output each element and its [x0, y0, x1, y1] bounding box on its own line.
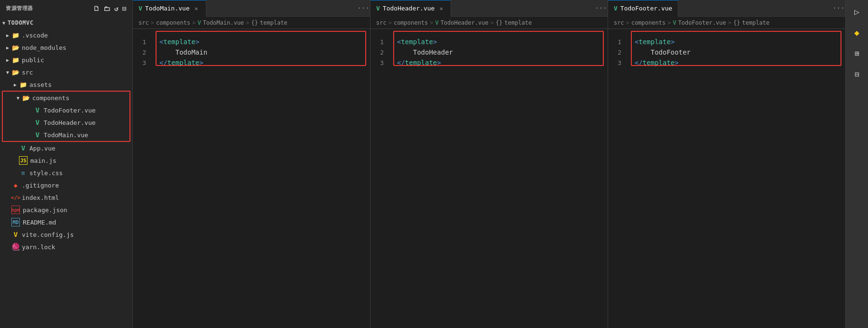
vscode-label: .vscode	[22, 32, 48, 39]
stylecss-icon: ≡	[19, 169, 28, 177]
sidebar-title: 资源管理器	[6, 5, 33, 12]
tree-arrow-node-modules	[4, 44, 11, 51]
indexhtml-icon: </>	[11, 193, 20, 202]
tab-todofootervue[interactable]: V TodoFooter.vue	[608, 0, 678, 17]
tab-label-1: TodoMain.vue	[145, 5, 190, 12]
readme-label: README.md	[23, 219, 56, 226]
tree-item-todomainfile[interactable]: V TodoMain.vue	[3, 129, 129, 141]
refresh-icon[interactable]: ↺	[114, 5, 119, 12]
tree-item-yarnlock[interactable]: 🧶 yarn.lock	[0, 241, 132, 253]
breadcrumb-braces-1: {}	[251, 19, 258, 26]
layout-icon[interactable]: ⊟	[850, 66, 865, 82]
tree-empty-yarnlock	[4, 243, 11, 251]
tree-empty-mainjs	[11, 157, 19, 164]
line-numbers-1: 1 2 3	[133, 33, 152, 72]
tree-empty-todofooter	[26, 106, 33, 114]
editor-panel-2: V TodoHeader.vue ✕ ··· src > components …	[370, 0, 608, 328]
vite-icon[interactable]: ◆	[850, 25, 865, 40]
breadcrumb-sep2: >	[192, 19, 195, 26]
line-num-2-1: 1	[370, 37, 389, 47]
breadcrumb-sep3-2: >	[667, 19, 671, 26]
tree-item-gitignore[interactable]: ◆ .gitignore	[0, 179, 132, 191]
tree-item-public[interactable]: 📁 public	[0, 54, 132, 66]
new-file-icon[interactable]: 🗋	[93, 5, 100, 12]
tree-empty-viteconfig	[4, 231, 11, 238]
collapse-icon[interactable]: ⊟	[122, 5, 127, 12]
sidebar: 资源管理器 🗋 🗀 ↺ ⊟ TODOMVC 📁 .v	[0, 0, 133, 328]
public-label: public	[22, 56, 44, 64]
todofooter-label: TodoFooter.vue	[44, 107, 96, 114]
breadcrumb-vue-icon-3: V	[673, 19, 676, 26]
breadcrumb-sep1: >	[151, 19, 154, 26]
assets-folder-icon: 📁	[19, 80, 28, 89]
tree-item-indexhtml[interactable]: </> index.html	[0, 191, 132, 204]
tab-more-1[interactable]: ···	[357, 0, 370, 17]
breadcrumb-components-3: components	[631, 19, 665, 26]
sidebar-header: 资源管理器 🗋 🗀 ↺ ⊟	[0, 0, 132, 17]
tab-todomainvue[interactable]: V TodoMain.vue ✕	[133, 0, 206, 17]
editors-area: V TodoMain.vue ✕ ··· src > components > …	[133, 0, 845, 328]
tab-close-1[interactable]: ✕	[193, 5, 200, 12]
breadcrumb-template-1: template	[260, 19, 287, 26]
tab-more-2[interactable]: ···	[594, 0, 608, 17]
tree-item-assets[interactable]: 📁 assets	[0, 78, 132, 91]
todoheader-label: TodoHeader.vue	[44, 119, 96, 126]
tab-close-2[interactable]: ✕	[437, 5, 445, 12]
editor-panel-3: V TodoFooter.vue ··· src > components > …	[608, 0, 845, 328]
tree-empty-stylecss	[11, 169, 19, 177]
tree-item-stylecss[interactable]: ≡ style.css	[0, 167, 132, 179]
tree-item-packagejson[interactable]: npm package.json	[0, 204, 132, 216]
vscode-folder-icon: 📁	[11, 31, 20, 39]
tree-root[interactable]: TODOMVC	[0, 17, 132, 29]
src-folder-icon: 📂	[11, 68, 20, 76]
sidebar-content: TODOMVC 📁 .vscode 📂 node_modules	[0, 17, 132, 328]
breadcrumb-sep2-1: >	[388, 19, 392, 26]
tree-item-readme[interactable]: MD README.md	[0, 216, 132, 228]
tree-item-mainjs[interactable]: JS main.js	[0, 154, 132, 167]
gitignore-label: .gitignore	[22, 182, 59, 189]
code-highlight-box-2	[393, 31, 604, 66]
viteconfig-icon: V	[11, 230, 20, 239]
tree-item-node-modules[interactable]: 📂 node_modules	[0, 41, 132, 54]
tab-bar-3: V TodoFooter.vue ···	[608, 0, 845, 17]
new-folder-icon[interactable]: 🗀	[103, 5, 111, 12]
breadcrumb-braces-2: {}	[496, 19, 502, 26]
tree-item-components[interactable]: 📂 components	[3, 92, 129, 104]
tree-item-app[interactable]: V App.vue	[0, 142, 132, 154]
todomainfile-vue-icon: V	[33, 131, 42, 139]
breadcrumb-sep3-1: >	[626, 19, 629, 26]
packagejson-label: package.json	[23, 206, 67, 214]
line-num-3-3: 3	[608, 57, 627, 68]
mainjs-label: main.js	[30, 157, 56, 164]
gitignore-icon: ◆	[11, 181, 20, 189]
breadcrumb-file-3: TodoFooter.vue	[678, 19, 726, 26]
run-icon[interactable]: ▷	[850, 4, 865, 19]
yarnlock-label: yarn.lock	[22, 244, 55, 251]
line-num-1-3: 3	[133, 57, 152, 68]
tree-arrow-src	[4, 68, 11, 76]
tree-empty-todomainfile	[26, 131, 33, 139]
tree-item-todoheader[interactable]: V TodoHeader.vue	[3, 116, 129, 129]
breadcrumb-1: src > components > V TodoMain.vue > {} t…	[133, 17, 370, 29]
editor-panel-1: V TodoMain.vue ✕ ··· src > components > …	[133, 0, 370, 328]
tab-todoheadervue[interactable]: V TodoHeader.vue ✕	[370, 0, 451, 17]
tab-more-3[interactable]: ···	[832, 0, 845, 17]
line-num-1-1: 1	[133, 37, 152, 47]
breadcrumb-braces-3: {}	[733, 19, 740, 26]
breadcrumb-2: src > components > V TodoHeader.vue > {}…	[370, 17, 608, 29]
readme-icon: MD	[11, 218, 20, 226]
breadcrumb-components-1: components	[156, 19, 190, 26]
tree-item-viteconfig[interactable]: V vite.config.js	[0, 228, 132, 241]
tree-item-src[interactable]: 📂 src	[0, 66, 132, 78]
breadcrumb-file-2: TodoHeader.vue	[441, 19, 489, 26]
breadcrumb-sep3-3: >	[728, 19, 731, 26]
code-area-1: 1 2 3 <template> TodoMain	[133, 29, 370, 328]
breadcrumb-vue-icon-2: V	[435, 19, 438, 26]
todoheader-vue-icon: V	[33, 118, 42, 127]
tree-arrow-root	[0, 19, 8, 27]
tree-item-vscode[interactable]: 📁 .vscode	[0, 29, 132, 41]
code-area-3: 1 2 3 <template> TodoFooter	[608, 29, 845, 328]
tree-root-label: TODOMVC	[8, 19, 34, 26]
split-editor-icon[interactable]: ⊞	[850, 46, 865, 61]
tree-item-todofooter[interactable]: V TodoFooter.vue	[3, 104, 129, 116]
